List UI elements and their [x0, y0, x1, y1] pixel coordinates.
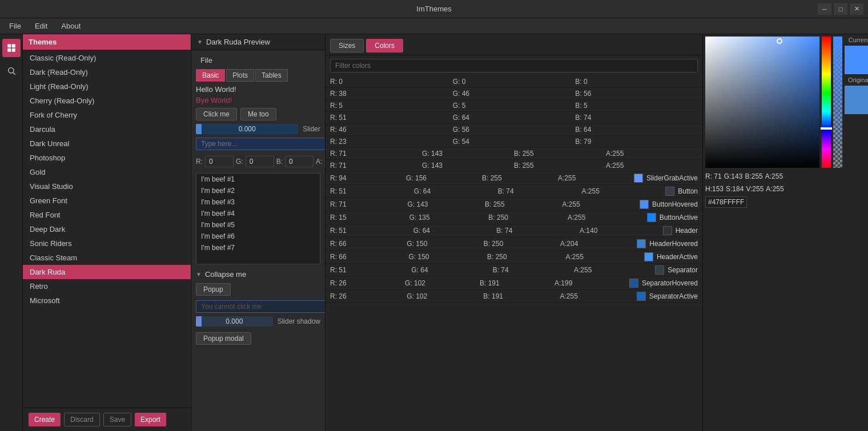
- list-item[interactable]: I'm beef #3: [196, 196, 320, 208]
- preview-buttons: Click me Me too: [196, 108, 320, 120]
- theme-item[interactable]: Dark Unreal: [23, 136, 191, 151]
- color-name: Header: [676, 227, 698, 235]
- current-swatch: [845, 46, 868, 74]
- theme-item[interactable]: Deep Dark: [23, 222, 191, 236]
- color-row[interactable]: R: 51G: 64B: 74: [326, 112, 702, 124]
- theme-item[interactable]: Microsoft: [23, 293, 191, 308]
- original-swatch: [845, 86, 868, 114]
- theme-item[interactable]: Cherry (Read-Only): [23, 94, 191, 108]
- right-panel-tabs: Sizes Colors: [326, 34, 702, 55]
- titlebar: ImThemes ─ □ ✕: [0, 0, 868, 18]
- color-row[interactable]: R: 51G: 64B: 74A:255Separator: [326, 264, 702, 277]
- color-row[interactable]: R: 51G: 64B: 74A:140Header: [326, 224, 702, 237]
- list-item[interactable]: I'm beef #1: [196, 174, 320, 185]
- g-field[interactable]: [246, 156, 274, 167]
- theme-item[interactable]: Classic Steam: [23, 251, 191, 265]
- color-row[interactable]: R: 38G: 46B: 56: [326, 88, 702, 100]
- hex-display[interactable]: #478FFFFF: [705, 196, 747, 208]
- color-row[interactable]: R: 46G: 56B: 64: [326, 124, 702, 136]
- tab-plots[interactable]: Plots: [226, 69, 254, 82]
- r-field[interactable]: [205, 156, 234, 167]
- theme-item[interactable]: Light (Read-Only): [23, 79, 191, 94]
- theme-item[interactable]: Sonic Riders: [23, 236, 191, 251]
- color-row[interactable]: R: 51G: 64B: 74A:255Button: [326, 185, 702, 198]
- theme-item[interactable]: Photoshop: [23, 151, 191, 165]
- original-label: Original: [845, 76, 868, 83]
- theme-item[interactable]: Retro: [23, 279, 191, 293]
- hue-bar[interactable]: [822, 37, 831, 168]
- collapse-header[interactable]: ▼ Collapse me: [196, 268, 320, 281]
- search-icon-button[interactable]: [2, 62, 21, 80]
- collapse-section: ▼ Collapse me Popup 0.000 Slider shadow …: [196, 268, 320, 347]
- theme-item[interactable]: Fork of Cherry: [23, 108, 191, 122]
- list-item[interactable]: I'm beef #6: [196, 231, 320, 242]
- slider-fill: [196, 124, 202, 134]
- list-item[interactable]: I'm beef #5: [196, 219, 320, 231]
- maximize-button[interactable]: □: [834, 3, 847, 15]
- discard-button[interactable]: Discard: [64, 413, 100, 426]
- picker-gradient[interactable]: [705, 37, 819, 168]
- me-too-button[interactable]: Me too: [240, 108, 276, 120]
- tab-basic[interactable]: Basic: [196, 69, 225, 82]
- hsva-display: H:153 S:184 V:255 A:255: [705, 185, 866, 193]
- menu-file[interactable]: File: [5, 21, 26, 31]
- preview-file-menu[interactable]: File: [196, 55, 217, 66]
- color-row[interactable]: R: 94G: 156B: 255A:255SliderGrabActive: [326, 172, 702, 185]
- filter-row: [326, 55, 702, 76]
- close-button[interactable]: ✕: [850, 3, 863, 15]
- color-row[interactable]: R: 66G: 150B: 250A:204HeaderHovered: [326, 237, 702, 251]
- color-row[interactable]: R: 66G: 150B: 250A:255HeaderActive: [326, 251, 702, 264]
- export-button[interactable]: Export: [135, 413, 166, 426]
- filter-input[interactable]: [330, 59, 698, 72]
- theme-item[interactable]: Classic (Read-Only): [23, 51, 191, 65]
- theme-item[interactable]: Green Font: [23, 194, 191, 208]
- b-field[interactable]: [285, 156, 314, 167]
- menu-edit[interactable]: Edit: [30, 21, 52, 31]
- menu-about[interactable]: About: [57, 21, 85, 31]
- list-container[interactable]: I'm beef #1I'm beef #2I'm beef #3I'm bee…: [196, 173, 320, 264]
- collapse-label: Collapse me: [205, 270, 246, 279]
- slider-container[interactable]: 0.000: [196, 124, 298, 134]
- click-me-button[interactable]: Click me: [196, 108, 237, 120]
- themes-icon-button[interactable]: [2, 39, 21, 57]
- color-swatch: [647, 213, 656, 222]
- theme-item[interactable]: Visual Studio: [23, 179, 191, 194]
- theme-item[interactable]: Darcula: [23, 122, 191, 136]
- color-name: ButtonHovered: [652, 200, 698, 208]
- color-row[interactable]: R: 71G: 143B: 255A:255ButtonHovered: [326, 198, 702, 211]
- color-row[interactable]: R: 26G: 102B: 191A:255SeparatorActive: [326, 290, 702, 303]
- color-swatch: [640, 200, 649, 209]
- theme-item[interactable]: Dark Ruda: [23, 265, 191, 279]
- color-row[interactable]: R: 0G: 0B: 0: [326, 76, 702, 88]
- theme-item[interactable]: Dark (Read-Only): [23, 65, 191, 79]
- color-row[interactable]: R: 23G: 54B: 79: [326, 136, 702, 148]
- save-button[interactable]: Save: [103, 413, 131, 426]
- tab-sizes[interactable]: Sizes: [330, 39, 364, 53]
- preview-collapse-arrow[interactable]: ▼: [197, 39, 203, 45]
- type-here-input[interactable]: [196, 138, 325, 150]
- color-row[interactable]: R: 71G: 143B: 255A:255: [326, 148, 702, 160]
- list-item[interactable]: I'm beef #2: [196, 185, 320, 196]
- create-button[interactable]: Create: [29, 413, 61, 426]
- alpha-bar[interactable]: [833, 37, 842, 168]
- minimize-button[interactable]: ─: [818, 3, 831, 15]
- list-item[interactable]: I'm beef #7: [196, 242, 320, 253]
- color-row[interactable]: R: 15G: 135B: 250A:255ButtonActive: [326, 211, 702, 224]
- color-row[interactable]: R: 26G: 102B: 191A:199SeparatorHovered: [326, 277, 702, 290]
- slider-shadow-container[interactable]: 0.000: [196, 316, 273, 327]
- tab-tables[interactable]: Tables: [255, 69, 288, 82]
- list-item[interactable]: I'm beef #4: [196, 208, 320, 219]
- popup-button[interactable]: Popup: [196, 283, 231, 296]
- theme-item[interactable]: Red Font: [23, 208, 191, 222]
- color-name: HeaderActive: [657, 253, 698, 261]
- color-row[interactable]: R: 5G: 5B: 5: [326, 100, 702, 112]
- picker-v: V:255: [746, 185, 763, 193]
- tab-colors[interactable]: Colors: [366, 39, 403, 53]
- slider-row: 0.000 Slider: [196, 124, 320, 134]
- popup-modal-button[interactable]: Popup modal: [196, 332, 251, 345]
- a-field[interactable]: [324, 156, 325, 167]
- color-row[interactable]: R: 71G: 143B: 255A:255: [326, 160, 702, 172]
- color-name: SliderGrabActive: [646, 174, 698, 182]
- window-controls: ─ □ ✕: [818, 3, 863, 15]
- theme-item[interactable]: Gold: [23, 165, 191, 179]
